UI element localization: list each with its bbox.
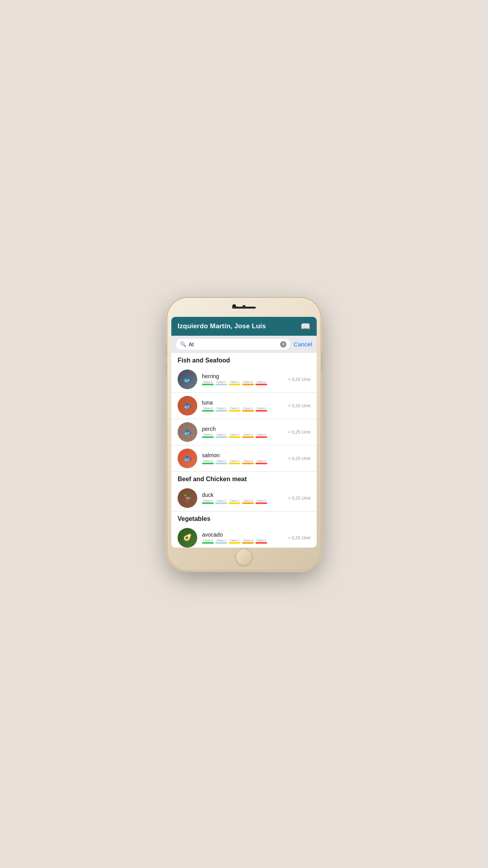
section-header-fish-and-seafood: Fish and Seafood <box>171 353 317 366</box>
class-label-3: Class-3 <box>243 499 253 502</box>
class-label-4: Class-4 <box>257 499 266 502</box>
class-label-3: Class-3 <box>243 460 253 462</box>
class-label-1: Class-1 <box>216 460 226 462</box>
cancel-button[interactable]: Cancel <box>294 341 312 348</box>
food-name-salmon: salmon <box>202 452 282 458</box>
food-item-herring[interactable]: 🐟herringClass-0Class-1Class-2Class-3Clas… <box>171 366 317 393</box>
phone-bottom <box>235 549 253 565</box>
class-bar-3 <box>242 436 254 438</box>
food-avatar-emoji-duck: 🦆 <box>183 494 192 502</box>
class-label-2: Class-2 <box>230 381 239 383</box>
class-bar-0 <box>202 384 214 385</box>
header-title: Izquierdo Martín, Jose Luis <box>178 322 266 330</box>
class-bar-1 <box>215 463 227 464</box>
food-value-perch: < 0,25 U/ml <box>288 430 310 434</box>
food-info-perch: perchClass-0Class-1Class-2Class-3Class-4 <box>202 426 282 438</box>
phone-top-bar <box>171 303 317 315</box>
class-group-1: Class-1 <box>215 433 227 438</box>
class-bar-2 <box>229 384 240 385</box>
food-info-tuna: tunaClase-0Clase-1Clase-2Clase-3Clase-4 <box>202 399 282 412</box>
search-input[interactable]: At <box>189 341 278 348</box>
class-label-4: Class-4 <box>257 381 266 383</box>
class-label-1: Class-1 <box>216 433 226 436</box>
class-bar-0 <box>202 542 214 544</box>
class-label-2: Class-2 <box>230 460 239 462</box>
food-avatar-emoji-perch: 🐟 <box>183 428 192 436</box>
class-label-4: Clase-4 <box>257 407 266 410</box>
class-label-4: Clase-4 <box>257 539 266 542</box>
class-bar-0 <box>202 436 214 438</box>
home-button[interactable] <box>235 548 253 566</box>
class-bars-herring: Class-0Class-1Class-2Class-3Class-4 <box>202 381 282 385</box>
class-label-0: Class-0 <box>203 381 213 383</box>
class-bar-2 <box>229 463 240 464</box>
phone-screen: Izquierdo Martín, Jose Luis 📖 🔍 At ✕ Can… <box>171 317 317 548</box>
class-bars-salmon: Class-0Class-1Class-2Class-3Class-4 <box>202 460 282 464</box>
class-group-4: Class-4 <box>255 433 267 438</box>
class-group-0: Clase-0 <box>202 539 214 544</box>
volume-up-button[interactable] <box>166 345 167 357</box>
class-label-4: Class-4 <box>257 460 266 462</box>
food-item-tuna[interactable]: 🐟tunaClase-0Clase-1Clase-2Clase-3Clase-4… <box>171 393 317 419</box>
section-header-beef-and-chicken-meat: Beef and Chicken meat <box>171 472 317 485</box>
food-avatar-tuna: 🐟 <box>178 396 197 416</box>
class-label-3: Class-3 <box>243 381 253 383</box>
food-item-duck[interactable]: 🦆duckClass-0Class-1Class-2Class-3Class-4… <box>171 485 317 511</box>
class-group-4: Clase-4 <box>255 407 267 412</box>
class-bar-3 <box>242 384 254 385</box>
search-clear-button[interactable]: ✕ <box>280 341 286 348</box>
class-group-3: Class-3 <box>242 460 254 464</box>
food-value-salmon: < 0,25 U/ml <box>288 456 310 461</box>
food-info-salmon: salmonClass-0Class-1Class-2Class-3Class-… <box>202 452 282 464</box>
food-value-tuna: < 0,25 U/ml <box>288 403 310 408</box>
search-input-wrap[interactable]: 🔍 At ✕ <box>176 339 290 350</box>
food-item-salmon[interactable]: 🐟salmonClass-0Class-1Class-2Class-3Class… <box>171 445 317 472</box>
food-name-herring: herring <box>202 373 282 379</box>
scroll-content[interactable]: Fish and Seafood🐟herringClass-0Class-1Cl… <box>171 353 317 548</box>
class-label-0: Clase-0 <box>203 407 213 410</box>
food-info-duck: duckClass-0Class-1Class-2Class-3Class-4 <box>202 492 282 504</box>
power-button[interactable] <box>321 353 322 373</box>
class-bar-3 <box>242 463 254 464</box>
food-name-perch: perch <box>202 426 282 432</box>
class-label-1: Clase-1 <box>216 539 226 542</box>
food-info-herring: herringClass-0Class-1Class-2Class-3Class… <box>202 373 282 385</box>
app-header: Izquierdo Martín, Jose Luis 📖 <box>171 317 317 336</box>
food-avatar-avocado: 🥑 <box>178 528 197 548</box>
class-bar-3 <box>242 542 254 544</box>
class-bar-4 <box>255 463 267 464</box>
class-bar-0 <box>202 463 214 464</box>
food-avatar-herring: 🐟 <box>178 370 197 389</box>
class-label-3: Clase-3 <box>243 407 253 410</box>
class-group-1: Clase-1 <box>215 407 227 412</box>
class-bar-3 <box>242 410 254 412</box>
class-group-3: Class-3 <box>242 381 254 385</box>
class-bars-perch: Class-0Class-1Class-2Class-3Class-4 <box>202 433 282 438</box>
class-bar-1 <box>215 502 227 504</box>
class-group-0: Class-0 <box>202 499 214 504</box>
class-group-1: Class-1 <box>215 381 227 385</box>
class-label-0: Class-0 <box>203 433 213 436</box>
class-group-0: Class-0 <box>202 460 214 464</box>
class-bar-0 <box>202 502 214 504</box>
volume-down-button[interactable] <box>166 363 167 375</box>
class-label-0: Clase-0 <box>203 539 213 542</box>
class-bar-4 <box>255 384 267 385</box>
food-item-perch[interactable]: 🐟perchClass-0Class-1Class-2Class-3Class-… <box>171 419 317 445</box>
class-label-2: Class-2 <box>230 433 239 436</box>
book-icon[interactable]: 📖 <box>301 322 310 331</box>
class-group-2: Clase-2 <box>229 539 240 544</box>
class-group-1: Class-1 <box>215 499 227 504</box>
class-bar-3 <box>242 502 254 504</box>
class-group-2: Clase-2 <box>229 407 240 412</box>
class-group-3: Class-3 <box>242 433 254 438</box>
class-bar-1 <box>215 410 227 412</box>
food-item-avocado[interactable]: 🥑avocadoClase-0Clase-1Clase-2Clase-3Clas… <box>171 525 317 548</box>
class-bar-2 <box>229 502 240 504</box>
class-group-0: Class-0 <box>202 433 214 438</box>
class-label-2: Clase-2 <box>230 407 239 410</box>
class-bars-tuna: Clase-0Clase-1Clase-2Clase-3Clase-4 <box>202 407 282 412</box>
phone-shell: Izquierdo Martín, Jose Luis 📖 🔍 At ✕ Can… <box>167 298 321 570</box>
class-bar-4 <box>255 542 267 544</box>
food-name-tuna: tuna <box>202 399 282 406</box>
